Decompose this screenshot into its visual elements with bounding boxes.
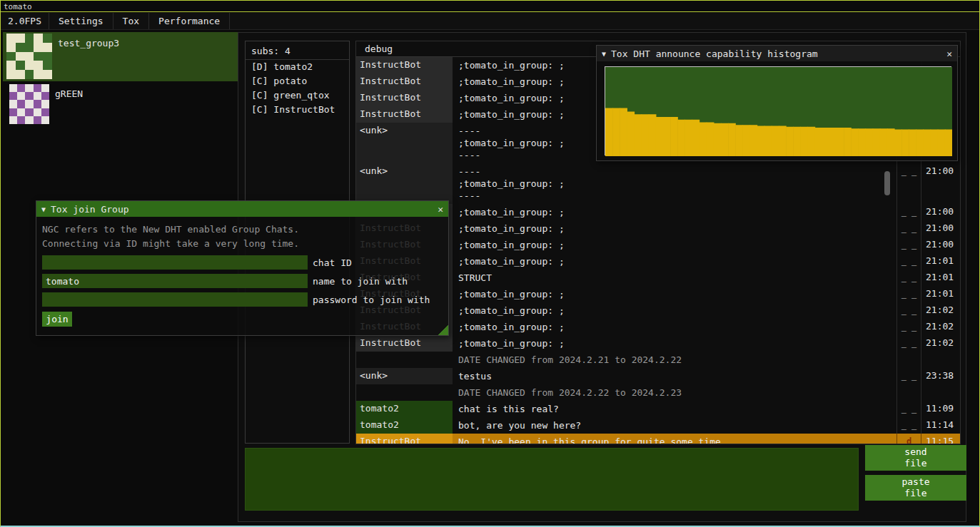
join-button[interactable]: join [42, 312, 72, 327]
dht-histogram-chart [605, 66, 951, 155]
date-row: DATE CHANGED from 2024.2.21 to 2024.2.22 [356, 352, 960, 368]
window-title: tomato [4, 2, 32, 11]
tab-debug[interactable]: debug [356, 41, 401, 56]
chat-id-label: chat ID [313, 257, 352, 268]
join-dialog-titlebar[interactable]: ▼ Tox join Group ✕ [36, 201, 448, 217]
message-input[interactable] [245, 448, 859, 511]
message-time: 21:00 [921, 163, 960, 204]
date-changed-text: DATE CHANGED from 2024.2.21 to 2024.2.22 [453, 352, 896, 368]
message-time: 21:01 [921, 286, 960, 302]
message-row[interactable]: tomato2bot, are you new here?_ _11:14 [356, 417, 960, 434]
collapse-arrow-icon[interactable]: ▼ [602, 50, 606, 58]
message-time: 23:38 [921, 368, 960, 384]
subs-item[interactable]: [C] InstructBot [246, 103, 349, 117]
message-sender: InstructBot [356, 90, 453, 106]
menu-bar: 2.0FPS SettingsToxPerformance [1, 13, 979, 30]
subs-item[interactable]: [C] potato [246, 74, 349, 88]
join-dialog-description: Connecting via ID might take a very long… [42, 237, 443, 251]
chat-scrollbar[interactable] [884, 171, 890, 195]
message-row[interactable]: tomato2chat is this real?_ _11:09 [356, 401, 960, 417]
resize-grip[interactable] [438, 325, 448, 335]
message-text: ;tomato_in_group: ; [453, 204, 896, 220]
message-flags: _ _ [896, 335, 921, 352]
group-item-test_group3[interactable]: test_group3 [3, 32, 241, 81]
message-sender: InstructBot [356, 335, 453, 352]
message-sender: InstructBot [356, 106, 453, 123]
join-password-input[interactable] [42, 292, 308, 307]
message-text: ;tomato_in_group: ; [453, 220, 896, 237]
message-text: testus [453, 368, 896, 384]
menu-item-performance[interactable]: Performance [149, 13, 230, 29]
paste-file-button[interactable]: paste file [865, 475, 966, 501]
group-avatar [6, 34, 52, 79]
message-sender: <unk> [356, 368, 453, 384]
subs-list: [D] tomato2[C] potato[C] green_qtox[C] I… [246, 60, 349, 117]
join-password-label: password to join with [313, 295, 430, 305]
fps-counter: 2.0FPS [1, 13, 49, 29]
message-time: 21:02 [921, 302, 960, 319]
message-text: chat is this real? [453, 401, 896, 417]
collapse-arrow-icon[interactable]: ▼ [41, 205, 46, 213]
message-flags: _ _ [896, 220, 921, 237]
message-sender: InstructBot [356, 57, 453, 73]
join-name-label: name to join with [313, 276, 408, 287]
date-changed-text: DATE CHANGED from 2024.2.22 to 2024.2.23 [453, 384, 896, 401]
subs-item[interactable]: [C] green_qtox [246, 88, 349, 103]
join-dialog-body: NGC refers to the New DHT enabled Group … [36, 217, 448, 335]
dht-histogram-window: ▼ Tox DHT announce capability histogram … [596, 45, 958, 161]
message-time: 21:02 [921, 335, 960, 352]
chat-id-input[interactable] [42, 255, 308, 270]
message-flags: d [896, 434, 921, 444]
message-row[interactable]: InstructBotNo, I've been in this group f… [356, 434, 960, 444]
send-file-button[interactable]: send file [865, 445, 966, 471]
message-time: 11:15 [921, 434, 960, 444]
message-sender: <unk> [356, 123, 453, 163]
message-time: 11:14 [921, 417, 960, 434]
message-sender: InstructBot [356, 434, 453, 444]
date-row: DATE CHANGED from 2024.2.22 to 2024.2.23 [356, 384, 960, 401]
message-time: 21:00 [921, 237, 960, 253]
message-text: ;tomato_in_group: ; [453, 286, 896, 302]
message-row[interactable]: <unk>---- ;tomato_in_group: ; ----_ _21:… [356, 163, 960, 204]
message-sender: tomato2 [356, 401, 453, 417]
message-row[interactable]: InstructBot;tomato_in_group: ;_ _21:02 [356, 335, 960, 352]
menu-item-tox[interactable]: Tox [113, 13, 149, 29]
group-avatar [9, 84, 49, 124]
join-name-input[interactable] [42, 274, 308, 288]
message-flags: _ _ [896, 237, 921, 253]
message-flags: _ _ [896, 286, 921, 302]
histogram-titlebar[interactable]: ▼ Tox DHT announce capability histogram … [597, 46, 957, 61]
message-flags: _ _ [896, 253, 921, 270]
message-flags: _ _ [896, 302, 921, 319]
message-flags: _ _ [896, 319, 921, 335]
histogram-title: Tox DHT announce capability histogram [611, 48, 818, 59]
message-row[interactable]: <unk>testus_ _23:38 [356, 368, 960, 384]
menu-item-settings[interactable]: Settings [49, 13, 113, 29]
join-dialog-description: NGC refers to the New DHT enabled Group … [42, 222, 443, 237]
message-flags: _ _ [896, 163, 921, 204]
message-time: 21:02 [921, 319, 960, 335]
message-flags: _ _ [896, 417, 921, 434]
app-window: tomato 2.0FPS SettingsToxPerformance tes… [0, 0, 980, 527]
message-time: 21:01 [921, 270, 960, 286]
group-name: gREEN [55, 88, 83, 124]
message-flags: _ _ [896, 270, 921, 286]
message-text: bot, are you new here? [453, 417, 896, 434]
join-group-dialog: ▼ Tox join Group ✕ NGC refers to the New… [36, 200, 449, 336]
message-text: ;tomato_in_group: ; [453, 253, 896, 270]
join-dialog-close-icon[interactable]: ✕ [438, 204, 443, 215]
message-sender: <unk> [356, 163, 453, 204]
histogram-close-icon[interactable]: ✕ [946, 48, 952, 59]
group-item-gREEN[interactable]: gREEN [3, 81, 241, 124]
message-time: 21:00 [921, 204, 960, 220]
join-dialog-title: Tox join Group [51, 204, 129, 215]
message-text: No, I've been in this group for quite so… [453, 434, 896, 444]
message-flags: _ _ [896, 401, 921, 417]
message-flags: _ _ [896, 204, 921, 220]
subs-item[interactable]: [D] tomato2 [246, 60, 349, 74]
group-name: test_group3 [58, 38, 119, 81]
message-text: ;tomato_in_group: ; [453, 302, 896, 319]
window-titlebar[interactable]: tomato [1, 1, 979, 12]
message-time: 21:01 [921, 253, 960, 270]
message-time: 11:09 [921, 401, 960, 417]
